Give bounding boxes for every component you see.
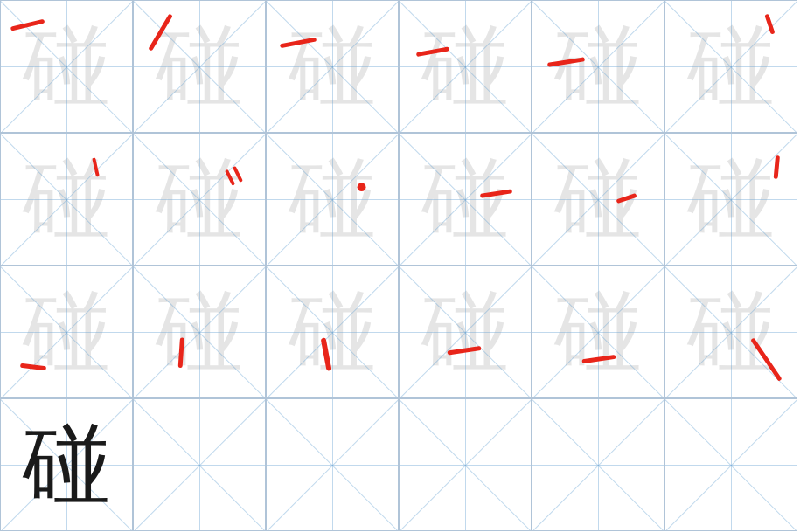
ghost-char-9: 碰	[289, 155, 376, 243]
stroke-svg-11	[532, 134, 664, 265]
ghost-char-11: 碰	[554, 155, 642, 243]
svg-line-2	[282, 39, 315, 45]
stroke-order-grid: 碰 碰 碰 碰 碰 碰 碰 碰	[0, 0, 800, 532]
final-char: 碰	[23, 421, 110, 508]
svg-line-10	[483, 191, 511, 196]
svg-line-13	[23, 365, 45, 368]
stroke-svg-10	[400, 134, 531, 265]
stroke-svg-7	[1, 134, 132, 265]
svg-line-3	[419, 49, 448, 54]
svg-line-18	[754, 341, 780, 378]
svg-line-17	[584, 357, 614, 362]
cell-1: 碰	[0, 0, 133, 133]
cell-19: 碰	[0, 398, 133, 531]
cell-14: 碰	[133, 266, 266, 398]
svg-line-11	[619, 196, 635, 201]
cell-9: 碰	[266, 133, 399, 266]
cell-21	[266, 398, 399, 531]
cell-12: 碰	[664, 133, 797, 266]
ghost-char-7: 碰	[23, 155, 110, 243]
cell-18: 碰	[664, 266, 797, 398]
ghost-char-16: 碰	[421, 288, 509, 376]
stroke-svg-4	[400, 1, 531, 132]
svg-line-1	[151, 17, 170, 49]
svg-line-14	[180, 340, 182, 366]
ghost-char-1: 碰	[23, 23, 110, 110]
cell-2: 碰	[133, 0, 266, 133]
cell-24	[664, 398, 797, 531]
ghost-char-4: 碰	[421, 23, 509, 110]
ghost-char-14: 碰	[156, 288, 243, 376]
cell-23	[532, 398, 664, 531]
ghost-char-8: 碰	[156, 155, 243, 243]
cell-15: 碰	[266, 266, 399, 398]
svg-line-8	[234, 168, 240, 180]
ghost-char-10: 碰	[421, 155, 509, 243]
stroke-svg-5	[532, 1, 664, 132]
stroke-svg-18	[665, 266, 797, 397]
svg-line-4	[550, 59, 583, 65]
stroke-svg-1	[1, 1, 132, 132]
ghost-char-2: 碰	[156, 23, 243, 110]
stroke-svg-3	[267, 1, 398, 132]
stroke-svg-6	[665, 1, 797, 132]
svg-line-15	[323, 341, 329, 369]
stroke-svg-14	[134, 266, 265, 397]
svg-point-9	[358, 183, 366, 191]
ghost-char-5: 碰	[554, 23, 642, 110]
stroke-svg-17	[532, 266, 664, 397]
cell-13: 碰	[0, 266, 133, 398]
stroke-svg-2	[134, 1, 265, 132]
stroke-svg-16	[400, 266, 531, 397]
cell-7: 碰	[0, 133, 133, 266]
ghost-char-17: 碰	[554, 288, 642, 376]
cell-5: 碰	[532, 0, 664, 133]
cell-17: 碰	[532, 266, 664, 398]
svg-line-0	[13, 22, 43, 29]
cell-20	[133, 398, 266, 531]
svg-line-7	[227, 171, 233, 183]
cell-11: 碰	[532, 133, 664, 266]
ghost-char-13: 碰	[23, 288, 110, 376]
stroke-svg-9	[267, 134, 398, 265]
cell-22	[399, 398, 532, 531]
cell-4: 碰	[399, 0, 532, 133]
ghost-char-6: 碰	[687, 23, 775, 110]
ghost-char-3: 碰	[289, 23, 376, 110]
ghost-char-15: 碰	[289, 288, 376, 376]
cell-6: 碰	[664, 0, 797, 133]
svg-line-5	[767, 17, 772, 32]
ghost-char-18: 碰	[687, 288, 775, 376]
svg-line-12	[776, 158, 777, 177]
svg-line-6	[94, 160, 98, 176]
stroke-svg-8	[134, 134, 265, 265]
svg-line-16	[449, 349, 479, 353]
cell-3: 碰	[266, 0, 399, 133]
cell-8: 碰	[133, 133, 266, 266]
stroke-svg-12	[665, 134, 797, 265]
cell-10: 碰	[399, 133, 532, 266]
cell-16: 碰	[399, 266, 532, 398]
ghost-char-12: 碰	[687, 155, 775, 243]
stroke-svg-13	[1, 266, 132, 397]
stroke-svg-15	[267, 266, 398, 397]
